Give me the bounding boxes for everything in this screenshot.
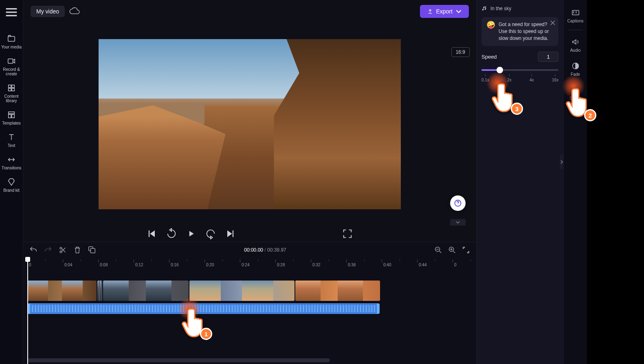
video-preview[interactable] xyxy=(99,39,401,209)
video-clip[interactable] xyxy=(27,281,97,301)
chevron-right-icon xyxy=(560,160,563,164)
scrollbar-thumb[interactable] xyxy=(27,358,330,362)
svg-rect-9 xyxy=(9,112,15,114)
top-bar: My video Export xyxy=(23,0,476,23)
clip-handle-right[interactable] xyxy=(377,304,379,314)
ruler-label: 0:40 xyxy=(383,263,391,267)
speed-tip-card: 🤪 Got a need for speed? Use this to spee… xyxy=(481,17,558,46)
chevron-down-icon xyxy=(456,9,462,14)
slider-tick: 16x xyxy=(552,74,558,82)
svg-rect-4 xyxy=(8,59,13,64)
svg-rect-11 xyxy=(12,114,14,118)
close-tip-button[interactable] xyxy=(549,20,556,26)
audio-clip[interactable] xyxy=(27,303,380,314)
video-clip[interactable] xyxy=(97,281,102,301)
ruler-tick xyxy=(240,259,240,263)
export-button[interactable]: Export xyxy=(420,5,469,18)
tutorial-step-badge: 3 xyxy=(511,103,523,115)
delete-button[interactable] xyxy=(73,246,82,254)
frame-back-button[interactable] xyxy=(166,228,177,239)
duplicate-button[interactable] xyxy=(88,246,97,254)
right-item-speed[interactable]: Speed xyxy=(564,81,587,104)
frame-forward-button[interactable] xyxy=(205,228,216,239)
fullscreen-button[interactable] xyxy=(342,228,353,239)
sidebar-item-content-library[interactable]: Content library xyxy=(0,80,23,105)
letterbox-padding xyxy=(587,0,644,364)
svg-marker-15 xyxy=(189,231,194,236)
split-button[interactable] xyxy=(58,246,67,254)
svg-rect-8 xyxy=(12,88,14,91)
right-item-fade[interactable]: Fade xyxy=(564,57,587,80)
project-title[interactable]: My video xyxy=(31,6,65,17)
speed-slider[interactable]: 0.1x 2x 4x 16x xyxy=(481,68,558,82)
timeline-toolbar: 00:00.00 / 00:39.97 xyxy=(23,242,476,258)
sidebar-item-label: Templates xyxy=(2,121,21,125)
svg-point-27 xyxy=(575,90,576,91)
ruler-tick-minor xyxy=(116,259,116,261)
video-track xyxy=(27,281,476,301)
right-item-label: Speed xyxy=(569,96,581,101)
slider-tick: 2x xyxy=(507,74,512,82)
zoom-in-button[interactable] xyxy=(448,246,457,254)
skip-forward-button[interactable] xyxy=(224,228,236,239)
right-item-captions[interactable]: Captions xyxy=(564,4,587,26)
ruler-tick-minor xyxy=(329,259,329,261)
playhead[interactable] xyxy=(27,258,28,364)
undo-button[interactable] xyxy=(29,246,38,254)
chevron-down-icon xyxy=(455,221,460,224)
fit-timeline-button[interactable] xyxy=(462,246,470,254)
ruler-tick-minor xyxy=(435,259,435,261)
svg-marker-13 xyxy=(150,230,155,237)
video-clip[interactable] xyxy=(189,281,295,301)
right-item-audio[interactable]: Audio xyxy=(564,33,587,56)
menu-button[interactable] xyxy=(3,4,20,20)
sidebar-item-brand-kit[interactable]: Brand kit xyxy=(0,174,23,195)
svg-rect-6 xyxy=(12,85,14,88)
sidebar-item-your-media[interactable]: Your media xyxy=(0,31,23,52)
sidebar-item-transitions[interactable]: Transitions xyxy=(0,152,23,173)
upload-icon xyxy=(427,9,433,14)
play-button[interactable] xyxy=(185,228,197,239)
help-button[interactable] xyxy=(450,195,466,211)
ruler-tick xyxy=(63,259,63,263)
cloud-sync-icon[interactable] xyxy=(69,6,80,17)
right-collapse-tab[interactable] xyxy=(560,155,564,169)
speed-label: Speed xyxy=(481,54,497,60)
sidebar-item-label: Text xyxy=(8,143,15,148)
total-duration: 00:39.97 xyxy=(267,247,286,253)
ruler-tick xyxy=(204,259,205,263)
sidebar-item-templates[interactable]: Templates xyxy=(0,107,23,128)
collapse-preview-button[interactable] xyxy=(450,219,466,226)
ruler-label: 0:04 xyxy=(64,263,72,267)
sidebar-item-text[interactable]: Text xyxy=(0,129,23,150)
ruler-tick-minor xyxy=(470,259,471,261)
ruler-tick-minor xyxy=(400,259,400,261)
properties-panel: In the sky 🤪 Got a need for speed? Use t… xyxy=(476,0,563,364)
speed-input[interactable] xyxy=(538,52,558,62)
svg-rect-3 xyxy=(8,37,15,42)
aspect-ratio-button[interactable]: 16:9 xyxy=(451,47,470,57)
skip-back-button[interactable] xyxy=(146,228,158,239)
redo-button[interactable] xyxy=(44,246,53,254)
timeline-scrollbar[interactable] xyxy=(27,358,472,362)
ruler-tick xyxy=(382,259,382,263)
preview-area: 16:9 xyxy=(23,23,476,226)
timecode: 00:00.00 / 00:39.97 xyxy=(102,247,428,253)
video-clip[interactable] xyxy=(103,281,189,301)
tracks xyxy=(27,281,476,314)
ruler-label: 0:32 xyxy=(312,263,320,267)
left-sidebar: Your media Record & create Content libra… xyxy=(0,0,23,364)
current-time: 00:00.00 xyxy=(244,247,263,253)
timeline-ruler[interactable]: 00:040:080:120:160:200:240:280:320:360:4… xyxy=(27,258,476,268)
ruler-label: 0:36 xyxy=(348,263,356,267)
ruler-label: 0:12 xyxy=(135,263,143,267)
video-clip[interactable] xyxy=(295,281,380,301)
speed-slider-thumb[interactable] xyxy=(497,67,503,73)
sidebar-item-record-create[interactable]: Record & create xyxy=(0,53,23,79)
zoom-out-button[interactable] xyxy=(434,246,443,254)
sidebar-item-label: Content library xyxy=(0,94,23,103)
ruler-tick xyxy=(417,259,418,263)
ruler-tick-minor xyxy=(364,259,365,261)
timeline: 00:00.00 / 00:39.97 00:040:080:120:160:2… xyxy=(23,242,476,364)
waveform xyxy=(31,305,376,312)
